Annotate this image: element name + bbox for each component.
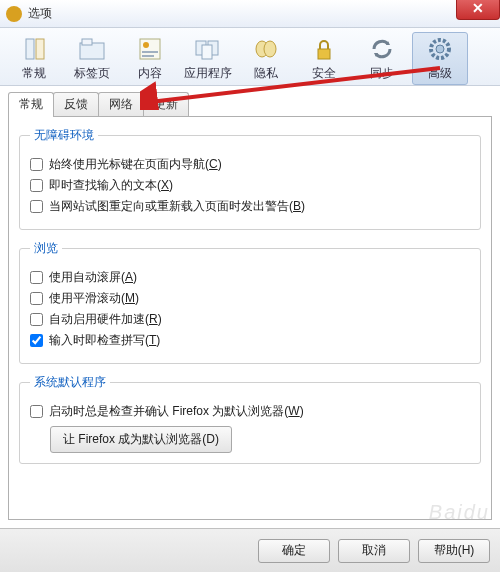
toolbar-label: 高级 <box>428 65 452 82</box>
accessibility-group: 无障碍环境 始终使用光标键在页面内导航(C) 即时查找输入的文本(X) 当网站试… <box>19 127 481 230</box>
window-titlebar: 选项 ✕ <box>0 0 500 28</box>
toolbar-label: 隐私 <box>254 65 278 82</box>
svg-rect-7 <box>142 55 154 57</box>
toolbar-label: 内容 <box>138 65 162 82</box>
toolbar-label: 同步 <box>370 65 394 82</box>
toolbar-label: 标签页 <box>74 65 110 82</box>
spellcheck-checkbox[interactable] <box>30 334 43 347</box>
toolbar-general[interactable]: 常规 <box>6 32 62 85</box>
lock-icon <box>308 35 340 63</box>
cancel-button[interactable]: 取消 <box>338 539 410 563</box>
toolbar-sync[interactable]: 同步 <box>354 32 410 85</box>
window-close-button[interactable]: ✕ <box>456 0 500 20</box>
browsing-group: 浏览 使用自动滚屏(A) 使用平滑滚动(M) 自动启用硬件加速(R) 输入时即检… <box>19 240 481 364</box>
svg-rect-6 <box>142 51 158 53</box>
content-icon <box>134 35 166 63</box>
privacy-icon <box>250 35 282 63</box>
check-default-checkbox[interactable] <box>30 405 43 418</box>
group-legend: 浏览 <box>30 240 62 257</box>
svg-rect-0 <box>26 39 34 59</box>
dialog-button-bar: 确定 取消 帮助(H) <box>0 528 500 572</box>
app-icon <box>6 6 22 22</box>
toolbar-advanced[interactable]: 高级 <box>412 32 468 85</box>
general-icon <box>18 35 50 63</box>
svg-point-15 <box>436 45 444 53</box>
svg-rect-13 <box>318 49 330 59</box>
hwaccel-label[interactable]: 自动启用硬件加速(R) <box>49 311 162 328</box>
apps-icon <box>192 35 224 63</box>
svg-rect-10 <box>202 45 212 59</box>
spellcheck-label[interactable]: 输入时即检查拼写(T) <box>49 332 160 349</box>
system-default-group: 系统默认程序 启动时总是检查并确认 Firefox 为默认浏览器(W) 让 Fi… <box>19 374 481 464</box>
toolbar-tabs[interactable]: 标签页 <box>64 32 120 85</box>
toolbar-apps[interactable]: 应用程序 <box>180 32 236 85</box>
hwaccel-checkbox[interactable] <box>30 313 43 326</box>
check-default-label[interactable]: 启动时总是检查并确认 Firefox 为默认浏览器(W) <box>49 403 304 420</box>
find-as-type-label[interactable]: 即时查找输入的文本(X) <box>49 177 173 194</box>
toolbar-label: 常规 <box>22 65 46 82</box>
toolbar-label: 安全 <box>312 65 336 82</box>
redirect-warn-checkbox[interactable] <box>30 200 43 213</box>
category-toolbar: 常规 标签页 内容 应用程序 隐私 安全 同步 高级 <box>0 28 500 86</box>
find-as-type-checkbox[interactable] <box>30 179 43 192</box>
group-legend: 无障碍环境 <box>30 127 98 144</box>
toolbar-security[interactable]: 安全 <box>296 32 352 85</box>
caret-browsing-label[interactable]: 始终使用光标键在页面内导航(C) <box>49 156 222 173</box>
redirect-warn-label[interactable]: 当网站试图重定向或重新载入页面时发出警告(B) <box>49 198 305 215</box>
autoscroll-checkbox[interactable] <box>30 271 43 284</box>
autoscroll-label[interactable]: 使用自动滚屏(A) <box>49 269 137 286</box>
svg-point-12 <box>264 41 276 57</box>
subtab-bar: 常规 反馈 网络 更新 <box>8 92 500 116</box>
help-button[interactable]: 帮助(H) <box>418 539 490 563</box>
tabs-icon <box>76 35 108 63</box>
svg-rect-3 <box>82 39 92 45</box>
sync-icon <box>366 35 398 63</box>
smoothscroll-label[interactable]: 使用平滑滚动(M) <box>49 290 139 307</box>
svg-point-5 <box>143 42 149 48</box>
toolbar-privacy[interactable]: 隐私 <box>238 32 294 85</box>
svg-rect-1 <box>36 39 44 59</box>
settings-panel: 无障碍环境 始终使用光标键在页面内导航(C) 即时查找输入的文本(X) 当网站试… <box>8 116 492 520</box>
subtab-update[interactable]: 更新 <box>143 92 189 116</box>
toolbar-label: 应用程序 <box>184 65 232 82</box>
window-title: 选项 <box>28 5 52 22</box>
subtab-general[interactable]: 常规 <box>8 92 54 117</box>
caret-browsing-checkbox[interactable] <box>30 158 43 171</box>
group-legend: 系统默认程序 <box>30 374 110 391</box>
make-default-button[interactable]: 让 Firefox 成为默认浏览器(D) <box>50 426 232 453</box>
smoothscroll-checkbox[interactable] <box>30 292 43 305</box>
subtab-feedback[interactable]: 反馈 <box>53 92 99 116</box>
toolbar-content[interactable]: 内容 <box>122 32 178 85</box>
subtab-network[interactable]: 网络 <box>98 92 144 116</box>
gear-icon <box>424 35 456 63</box>
ok-button[interactable]: 确定 <box>258 539 330 563</box>
